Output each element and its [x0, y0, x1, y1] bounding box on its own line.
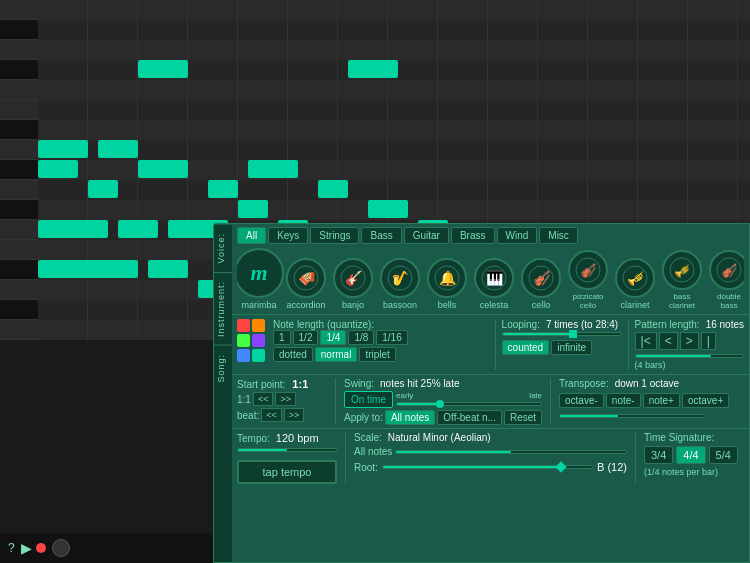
instrument-tab[interactable]: Instrument: [214, 272, 232, 345]
instrument-double-bass[interactable]: 🎻 doublebass [707, 250, 744, 310]
instrument-celesta[interactable]: 🎹 celesta [472, 258, 516, 310]
note[interactable] [38, 260, 138, 278]
octave-down-btn[interactable]: octave- [559, 393, 604, 408]
instrument-pizzicato-cello[interactable]: 🎻 pizzicatocello [566, 250, 610, 310]
note[interactable] [208, 180, 238, 198]
piano-key[interactable] [0, 220, 38, 240]
note[interactable] [88, 180, 118, 198]
instrument-clarinet[interactable]: 🎺 clarinet [613, 258, 657, 310]
note[interactable] [138, 160, 188, 178]
voice-tab[interactable]: Voice: [214, 224, 232, 272]
note[interactable] [248, 160, 298, 178]
note-1[interactable]: 1 [273, 330, 291, 345]
piano-key[interactable] [0, 60, 38, 80]
swatch-purple[interactable] [252, 334, 265, 347]
piano-key[interactable] [0, 80, 38, 100]
swatch-orange[interactable] [252, 319, 265, 332]
tab-keys[interactable]: Keys [268, 227, 308, 244]
transpose-slider[interactable] [559, 414, 707, 418]
note[interactable] [318, 180, 348, 198]
style-triplet[interactable]: triplet [359, 347, 395, 362]
octave-up-btn[interactable]: octave+ [682, 393, 729, 408]
reset-btn[interactable]: Reset [504, 410, 542, 425]
instrument-bells[interactable]: 🔔 bells [425, 258, 469, 310]
instrument-marimba[interactable]: m marimba [237, 248, 281, 310]
looping-slider[interactable] [502, 332, 622, 336]
instrument-bassoon[interactable]: 🎷 bassoon [378, 258, 422, 310]
tab-bass[interactable]: Bass [361, 227, 401, 244]
tap-tempo-btn[interactable]: tap tempo [237, 460, 337, 484]
bar-prev-btn[interactable]: << [253, 392, 274, 406]
loop-infinite[interactable]: infinite [551, 340, 592, 355]
root-slider[interactable] [382, 465, 593, 469]
note[interactable] [38, 140, 88, 158]
beat-prev-btn[interactable]: << [261, 408, 282, 422]
pat-nav-next[interactable]: > [680, 332, 699, 350]
tempo-slider[interactable] [237, 448, 337, 452]
beat-next-btn[interactable]: >> [284, 408, 305, 422]
swatch-blue[interactable] [237, 349, 250, 362]
piano-key[interactable] [0, 100, 38, 120]
piano-key[interactable] [0, 20, 38, 40]
style-normal[interactable]: normal [315, 347, 358, 362]
note[interactable] [368, 200, 408, 218]
pat-nav-start[interactable]: |< [635, 332, 657, 350]
note[interactable] [348, 60, 398, 78]
tab-wind[interactable]: Wind [497, 227, 538, 244]
swatch-green[interactable] [237, 334, 250, 347]
time-sig-5-4[interactable]: 5/4 [709, 446, 738, 464]
pat-nav-prev[interactable]: < [659, 332, 678, 350]
piano-key[interactable] [0, 140, 38, 160]
piano-key[interactable] [0, 300, 38, 320]
tab-all[interactable]: All [237, 227, 266, 244]
note[interactable] [38, 220, 108, 238]
loop-counted[interactable]: counted [502, 340, 550, 355]
note-half[interactable]: 1/2 [293, 330, 319, 345]
swing-slider[interactable] [396, 402, 542, 406]
tab-misc[interactable]: Misc [539, 227, 578, 244]
bar-next-btn[interactable]: >> [275, 392, 296, 406]
piano-key[interactable] [0, 40, 38, 60]
instrument-cello[interactable]: 🎻 cello [519, 258, 563, 310]
piano-key[interactable] [0, 180, 38, 200]
note[interactable] [148, 260, 188, 278]
play-button[interactable]: ▶ [21, 540, 32, 556]
note[interactable] [118, 220, 158, 238]
apply-offbeat-btn[interactable]: Off-beat n... [437, 410, 502, 425]
swatch-teal[interactable] [252, 349, 265, 362]
style-dotted[interactable]: dotted [273, 347, 313, 362]
piano-key[interactable] [0, 320, 38, 340]
record-dot[interactable] [36, 543, 46, 553]
piano-key[interactable] [0, 0, 38, 20]
piano-key[interactable] [0, 280, 38, 300]
time-sig-3-4[interactable]: 3/4 [644, 446, 673, 464]
note-sixteenth[interactable]: 1/16 [376, 330, 407, 345]
instrument-banjo[interactable]: 🎸 banjo [331, 258, 375, 310]
note[interactable] [138, 60, 188, 78]
piano-key[interactable] [0, 120, 38, 140]
settings-icon[interactable] [52, 539, 70, 557]
note-eighth[interactable]: 1/8 [348, 330, 374, 345]
apply-all-btn[interactable]: All notes [385, 410, 435, 425]
swatch-red[interactable] [237, 319, 250, 332]
tab-strings[interactable]: Strings [310, 227, 359, 244]
pat-nav-end[interactable]: | [701, 332, 716, 350]
piano-key[interactable] [0, 260, 38, 280]
tab-guitar[interactable]: Guitar [404, 227, 449, 244]
instrument-bass-clarinet[interactable]: 🎺 bassclarinet [660, 250, 704, 310]
instrument-accordion[interactable]: 🪗 accordion [284, 258, 328, 310]
time-sig-4-4[interactable]: 4/4 [676, 446, 705, 464]
question-mark[interactable]: ? [8, 541, 15, 555]
note-up-btn[interactable]: note+ [643, 393, 680, 408]
note[interactable] [38, 160, 78, 178]
note[interactable] [98, 140, 138, 158]
song-tab[interactable]: Song: [214, 345, 232, 391]
note-quarter[interactable]: 1/4 [320, 330, 346, 345]
note-down-btn[interactable]: note- [606, 393, 641, 408]
note[interactable] [238, 200, 268, 218]
tab-brass[interactable]: Brass [451, 227, 495, 244]
on-time-btn[interactable]: On time [344, 391, 393, 408]
piano-key[interactable] [0, 160, 38, 180]
pattern-slider[interactable] [635, 354, 744, 358]
scale-slider[interactable] [395, 450, 627, 454]
